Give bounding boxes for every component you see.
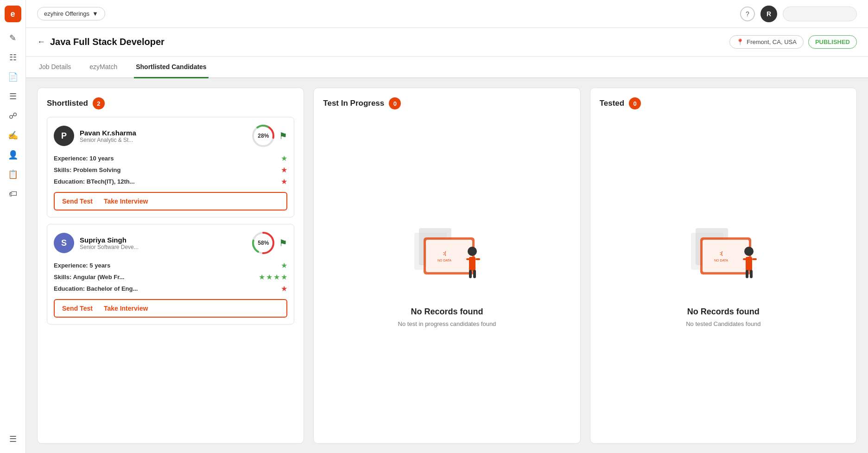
candidate-details-pavan: Experience: 10 years ★ Skills: Problem S… — [54, 153, 287, 187]
page-meta: 📍 Fremont, CA, USA PUBLISHED — [729, 35, 857, 49]
tested-empty: :( NO DATA No Records found No tested — [600, 117, 847, 434]
send-test-button-pavan[interactable]: Send Test — [62, 198, 93, 205]
app-logo[interactable]: e — [5, 6, 21, 22]
candidate-details-supriya: Experience: 5 years ★ Skills: Angular (W… — [54, 260, 287, 294]
help-button[interactable]: ? — [740, 6, 755, 21]
candidate-info-supriya: Supriya Singh Senior Software Deve... — [80, 236, 246, 250]
svg-rect-14 — [466, 258, 471, 260]
shortlisted-count: 2 — [93, 97, 105, 109]
bookmark-icon-supriya: ⚑ — [279, 237, 287, 249]
offerings-label: ezyhire Offerings — [44, 10, 89, 17]
candidate-card-supriya: S Supriya Singh Senior Software Deve... — [47, 224, 294, 325]
sidebar-icon-users[interactable]: 👤 — [5, 147, 21, 163]
svg-rect-16 — [469, 270, 472, 278]
education-stars-pavan: ★ — [281, 177, 287, 186]
avatar-supriya: S — [54, 233, 74, 253]
svg-rect-9 — [426, 240, 472, 272]
action-bar-supriya: Send Test Take Interview — [54, 299, 287, 318]
score-circle-supriya: 58% — [251, 231, 275, 255]
shortlisted-column: Shortlisted 2 P Pavan Kr.sharma Senior A… — [37, 88, 304, 444]
experience-stars-pavan: ★ — [281, 154, 287, 163]
svg-rect-21 — [703, 240, 749, 272]
education-stars-supriya: ★ — [281, 284, 287, 293]
candidate-score-supriya: 58% ⚑ — [251, 231, 287, 255]
no-data-illustration-1: :( NO DATA — [400, 223, 493, 298]
sidebar-icon-tag[interactable]: 🏷 — [5, 185, 21, 202]
take-interview-button-pavan[interactable]: Take Interview — [104, 198, 148, 205]
sidebar-icon-chat[interactable]: ✍ — [5, 127, 21, 144]
candidate-top-pavan: P Pavan Kr.sharma Senior Analytic & St..… — [54, 124, 287, 148]
tab-ezymatch[interactable]: ezyMatch — [88, 57, 119, 78]
svg-text::(: :( — [719, 251, 722, 256]
topbar: ezyhire Offerings ▼ ? R — [26, 0, 868, 28]
sidebar-icon-person[interactable]: ✎ — [5, 30, 21, 46]
sidebar-icon-document[interactable]: 📋 — [5, 166, 21, 183]
candidate-score-pavan: 28% ⚑ — [251, 124, 287, 148]
skills-row-pavan: Skills: Problem Solving ★ — [54, 164, 287, 176]
shortlisted-header: Shortlisted 2 — [47, 97, 294, 109]
sidebar-icon-menu[interactable]: ☰ — [5, 431, 21, 447]
svg-rect-29 — [750, 270, 753, 278]
main-content: ezyhire Offerings ▼ ? R ← Java Full Stac… — [26, 0, 868, 453]
location-badge: 📍 Fremont, CA, USA — [729, 35, 804, 49]
tested-column: Tested 0 :( NO — [590, 88, 857, 444]
candidate-role-supriya: Senior Software Deve... — [80, 244, 246, 250]
score-circle-pavan: 28% — [251, 124, 275, 148]
svg-point-24 — [744, 247, 754, 256]
candidate-name-pavan: Pavan Kr.sharma — [80, 129, 246, 137]
tab-shortlisted-candidates[interactable]: Shortlisted Candidates — [134, 57, 208, 78]
test-in-progress-column: Test In Progress 0 :( — [313, 88, 580, 444]
svg-text:NO DATA: NO DATA — [437, 259, 451, 262]
candidate-role-pavan: Senior Analytic & St... — [80, 137, 246, 143]
skills-stars-supriya: ★ ★ ★ ★ — [259, 273, 287, 281]
score-text-pavan: 28% — [258, 133, 269, 139]
test-in-progress-count: 0 — [389, 97, 401, 109]
svg-text:NO DATA: NO DATA — [714, 259, 728, 262]
offerings-dropdown[interactable]: ezyhire Offerings ▼ — [37, 7, 105, 20]
svg-text::(: :( — [443, 251, 446, 256]
topbar-left: ezyhire Offerings ▼ — [37, 7, 105, 20]
test-in-progress-empty: :( NO DATA No Records found No test i — [323, 117, 570, 434]
user-avatar[interactable]: R — [760, 6, 777, 22]
candidate-name-supriya: Supriya Singh — [80, 236, 246, 244]
status-badge: PUBLISHED — [808, 35, 857, 49]
experience-row-supriya: Experience: 5 years ★ — [54, 260, 287, 271]
topbar-right: ? R — [740, 6, 857, 22]
experience-stars-supriya: ★ — [281, 261, 287, 270]
svg-rect-17 — [473, 270, 476, 278]
page-title-group: ← Java Full Stack Developer — [37, 37, 165, 47]
candidate-top-supriya: S Supriya Singh Senior Software Deve... — [54, 231, 287, 255]
no-data-illustration-2: :( NO DATA — [677, 223, 770, 298]
sidebar-icon-grid[interactable]: ☷ — [5, 49, 21, 66]
chevron-down-icon: ▼ — [92, 10, 98, 17]
education-row-supriya: Education: Bachelor of Eng... ★ — [54, 283, 287, 294]
svg-rect-15 — [475, 258, 480, 260]
bookmark-icon-pavan: ⚑ — [279, 130, 287, 141]
tested-title: Tested — [600, 99, 625, 108]
tested-count: 0 — [629, 97, 641, 109]
test-in-progress-empty-desc: No test in progress candidates found — [398, 320, 496, 327]
send-test-button-supriya[interactable]: Send Test — [62, 305, 93, 312]
score-text-supriya: 58% — [258, 240, 269, 246]
candidate-info-pavan: Pavan Kr.sharma Senior Analytic & St... — [80, 129, 246, 143]
skills-stars-pavan: ★ — [281, 166, 287, 174]
take-interview-button-supriya[interactable]: Take Interview — [104, 305, 148, 312]
location-pin-icon: 📍 — [736, 38, 744, 45]
app-container: e ✎ ☷ 📄 ☰ ☍ ✍ 👤 📋 🏷 ☰ ezyhire Offerings … — [0, 0, 868, 453]
experience-row-pavan: Experience: 10 years ★ — [54, 153, 287, 164]
tested-empty-title: No Records found — [687, 307, 760, 317]
test-in-progress-empty-title: No Records found — [411, 307, 483, 317]
avatar-pavan: P — [54, 126, 74, 146]
page-title: Java Full Stack Developer — [50, 37, 165, 47]
education-row-pavan: Education: BTech(IT), 12th... ★ — [54, 176, 287, 187]
svg-rect-26 — [743, 258, 748, 260]
shortlisted-title: Shortlisted — [47, 99, 88, 108]
tab-job-details[interactable]: Job Details — [37, 57, 73, 78]
page-header: ← Java Full Stack Developer 📍 Fremont, C… — [26, 28, 868, 57]
test-in-progress-title: Test In Progress — [323, 99, 384, 108]
sidebar-icon-list[interactable]: ☍ — [5, 108, 21, 124]
tested-empty-desc: No tested Candidates found — [686, 320, 760, 327]
sidebar-icon-briefcase[interactable]: 📄 — [5, 69, 21, 85]
back-button[interactable]: ← — [37, 37, 45, 47]
sidebar-icon-layers[interactable]: ☰ — [5, 88, 21, 105]
